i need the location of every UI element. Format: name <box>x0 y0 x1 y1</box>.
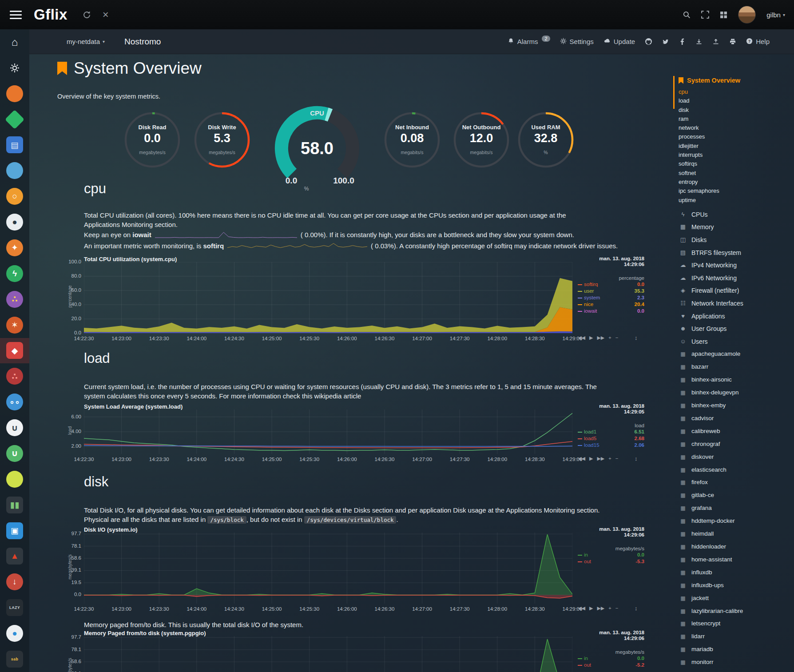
chart-canvas[interactable] <box>84 533 572 604</box>
sidebar-app-23[interactable]: LAZY <box>0 595 29 620</box>
sidebar-app-16[interactable]: ∪ <box>0 415 29 441</box>
play-icon[interactable]: ▶ <box>589 605 593 611</box>
forward-icon[interactable]: ▶▶ <box>597 605 604 611</box>
sidebar-app-20[interactable]: ▣ <box>0 518 29 544</box>
nav-item-disk[interactable]: disk <box>679 106 794 115</box>
nav-section-btrfs-filesystem[interactable]: ▤BTRFS filesystem <box>679 247 794 259</box>
nav-section-cpus[interactable]: ϟCPUs <box>679 208 794 221</box>
nav-app-calibreweb[interactable]: ▦calibreweb <box>679 425 794 438</box>
nav-app-firefox[interactable]: ▦firefox <box>679 476 794 489</box>
nav-app-monitorr[interactable]: ▦monitorr <box>679 656 794 669</box>
zoom-out-icon[interactable]: − <box>615 605 618 611</box>
nav-app-elasticsearch[interactable]: ▦elasticsearch <box>679 464 794 477</box>
sidebar-app-2[interactable] <box>0 55 29 81</box>
forward-icon[interactable]: ▶▶ <box>597 456 604 461</box>
nav-item-processes[interactable]: processes <box>679 132 794 141</box>
sidebar-app-19[interactable]: ▮▮ <box>0 492 29 518</box>
gauge-net-outbound[interactable]: Net Outbound12.0megabits/s <box>448 111 515 177</box>
sidebar-app-5[interactable]: ▤ <box>0 132 29 158</box>
nav-section-ipv6-networking[interactable]: ☁IPv6 Networking <box>679 272 794 285</box>
sidebar-app-12[interactable]: ✶ <box>0 312 29 338</box>
gauge-net-inbound[interactable]: Net Inbound0.08megabits/s <box>379 111 445 177</box>
sidebar-app-18[interactable] <box>0 466 29 492</box>
nav-app-hddtemp-docker[interactable]: ▦hddtemp-docker <box>679 515 794 528</box>
sidebar-app-10[interactable]: ϟ <box>0 261 29 286</box>
sidebar-app-3[interactable] <box>0 81 29 107</box>
chart-resize-handle[interactable]: ↕ <box>635 605 638 612</box>
chart-canvas[interactable] <box>84 262 572 333</box>
sidebar-app-22[interactable]: ↓ <box>0 569 29 595</box>
nav-app-binhex-emby[interactable]: ▦binhex-emby <box>679 399 794 412</box>
sidebar-app-13[interactable]: ◆ <box>0 338 29 364</box>
nav-app-lazylibrarian-calibre[interactable]: ▦lazylibrarian-calibre <box>679 605 794 618</box>
sidebar-app-15[interactable]: ∘∘ <box>0 389 29 415</box>
sidebar-app-1[interactable]: ⌂ <box>0 29 29 55</box>
nav-section-network-interfaces[interactable]: ☷Network Interfaces <box>679 297 794 310</box>
nav-item-softnet[interactable]: softnet <box>679 169 794 178</box>
legend-entry-load5[interactable]: load52.68 <box>578 435 644 442</box>
nav-section-user-groups[interactable]: ☻User Groups <box>679 322 794 335</box>
play-icon[interactable]: ▶ <box>589 456 593 461</box>
sidebar-app-17[interactable]: ∪ <box>0 441 29 466</box>
help-button[interactable]: ? Help <box>746 38 770 46</box>
nav-app-mariadb[interactable]: ▦mariadb <box>679 643 794 656</box>
legend-entry-system[interactable]: system2.3 <box>578 294 644 301</box>
nav-app-gitlab-ce[interactable]: ▦gitlab-ce <box>679 489 794 502</box>
legend-entry-nice[interactable]: nice20.4 <box>578 301 644 308</box>
upload-icon[interactable] <box>712 38 719 45</box>
nav-app-binhex-airsonic[interactable]: ▦binhex-airsonic <box>679 374 794 386</box>
fullscreen-icon[interactable] <box>701 11 709 19</box>
gauge-used-ram[interactable]: Used RAM32.8% <box>512 111 579 177</box>
alarms-button[interactable]: Alarms 2 <box>508 38 550 46</box>
refresh-icon[interactable] <box>83 11 91 19</box>
nav-app-apacheguacamole[interactable]: ▦apacheguacamole <box>679 348 794 361</box>
legend-entry-user[interactable]: user35.3 <box>578 288 644 294</box>
twitter-icon[interactable] <box>662 38 669 45</box>
zoom-out-icon[interactable]: − <box>615 335 618 340</box>
nav-app-lidarr[interactable]: ▦lidarr <box>679 630 794 643</box>
user-menu[interactable]: gilbn ▾ <box>766 11 785 19</box>
nav-app-hiddenloader[interactable]: ▦hiddenloader <box>679 541 794 553</box>
menu-icon[interactable] <box>10 11 22 19</box>
nav-section-system-overview[interactable]: System Overview <box>679 75 794 86</box>
backward-icon[interactable]: ◀◀ <box>578 335 585 340</box>
nav-app-diskover[interactable]: ▦diskover <box>679 451 794 464</box>
legend-entry-load1[interactable]: load16.51 <box>578 429 644 435</box>
nav-section-memory[interactable]: ▦Memory <box>679 221 794 234</box>
apps-grid-icon[interactable] <box>720 11 727 19</box>
backward-icon[interactable]: ◀◀ <box>578 605 585 611</box>
chart-resize-handle[interactable]: ↕ <box>635 455 638 462</box>
nav-app-heimdall[interactable]: ▦heimdall <box>679 528 794 541</box>
zoom-in-icon[interactable]: + <box>608 335 611 340</box>
print-icon[interactable] <box>729 38 736 45</box>
sidebar-app-6[interactable] <box>0 158 29 183</box>
sidebar-app-9[interactable]: ✦ <box>0 235 29 261</box>
nav-section-ipv4-networking[interactable]: ☁IPv4 Networking <box>679 259 794 272</box>
settings-button[interactable]: Settings <box>560 38 594 46</box>
nav-item-network[interactable]: network <box>679 123 794 132</box>
nav-item-entropy[interactable]: entropy <box>679 178 794 187</box>
sidebar-app-25[interactable]: sab <box>0 646 29 672</box>
gauge-cpu[interactable]: CPU58.00.0100.0% <box>264 96 370 191</box>
facebook-icon[interactable] <box>679 38 686 45</box>
sidebar-app-24[interactable]: ● <box>0 620 29 646</box>
chart-resize-handle[interactable]: ↕ <box>635 334 638 341</box>
sidebar-app-21[interactable]: ▲ <box>0 544 29 569</box>
nav-app-influxdb-ups[interactable]: ▦influxdb-ups <box>679 579 794 592</box>
nav-app-letsencrypt[interactable]: ▦letsencrypt <box>679 617 794 630</box>
legend-entry-in[interactable]: in0.0 <box>578 655 644 662</box>
nav-section-users[interactable]: ☺Users <box>679 335 794 348</box>
nav-app-bazarr[interactable]: ▦bazarr <box>679 361 794 374</box>
nav-app-netdata[interactable]: ▦netdata <box>679 669 794 672</box>
nav-app-chronograf[interactable]: ▦chronograf <box>679 438 794 451</box>
nav-item-load[interactable]: load <box>679 96 794 105</box>
nav-section-applications[interactable]: ♥Applications <box>679 310 794 323</box>
nav-section-disks[interactable]: ◫Disks <box>679 234 794 247</box>
avatar[interactable] <box>738 6 756 24</box>
gauge-disk-write[interactable]: Disk Write5.3megabytes/s <box>189 111 255 177</box>
sidebar-app-8[interactable]: ● <box>0 209 29 235</box>
sidebar-app-14[interactable]: ∴ <box>0 363 29 389</box>
github-icon[interactable] <box>645 38 652 45</box>
chart-canvas[interactable] <box>84 410 572 454</box>
gauge-disk-read[interactable]: Disk Read0.0megabytes/s <box>119 111 186 177</box>
